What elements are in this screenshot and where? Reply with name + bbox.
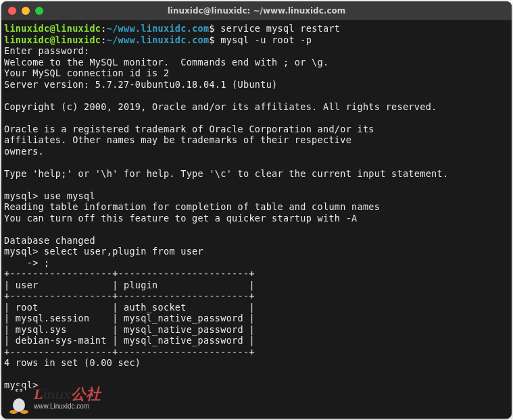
prompt-dollar: $ <box>209 34 214 45</box>
output-line: Type 'help;' or '\h' for help. Type '\c'… <box>4 168 448 179</box>
output-line: Reading table information for completion… <box>4 201 380 212</box>
mysql-command: mysql> select user,plugin from user <box>4 246 203 257</box>
window-controls <box>8 7 43 15</box>
table-header: | user | plugin | <box>4 280 255 290</box>
prompt-userhost: linuxidc@linuxidc <box>4 34 101 45</box>
table-row: | mysql.sys | mysql_native_password | <box>4 324 255 335</box>
close-icon[interactable] <box>8 7 16 15</box>
output-line: owners. <box>4 146 44 157</box>
output-line: Enter password: <box>4 45 89 56</box>
table-border: +------------------+--------------------… <box>4 268 255 279</box>
output-line: Oracle is a registered trademark of Orac… <box>4 124 374 134</box>
table-row: | debian-sys-maint | mysql_native_passwo… <box>4 335 255 346</box>
prompt-dollar: $ <box>209 23 214 34</box>
output-line: Welcome to the MySQL monitor. Commands e… <box>4 57 328 68</box>
prompt-path: ~/www.linuxidc.com <box>107 34 210 45</box>
terminal-window: linuxidc@linuxidc: ~/www.linuxidc.com li… <box>1 1 512 419</box>
output-line: Database changed <box>4 235 95 246</box>
terminal-content[interactable]: linuxidc@linuxidc:~/www.linuxidc.com$ se… <box>1 20 512 419</box>
prompt-userhost: linuxidc@linuxidc <box>4 23 101 34</box>
prompt-path: ~/www.linuxidc.com <box>107 23 210 34</box>
output-line: You can turn off this feature to get a q… <box>4 213 358 224</box>
output-line: affiliates. Other names may be trademark… <box>4 134 351 145</box>
title-bar: linuxidc@linuxidc: ~/www.linuxidc.com <box>1 1 512 20</box>
table-border: +------------------+--------------------… <box>4 346 255 357</box>
command-2: mysql -u root -p <box>215 34 312 45</box>
command-1: service mysql restart <box>215 23 340 34</box>
mysql-command: mysql> use mysql <box>4 190 95 201</box>
table-row: | mysql.session | mysql_native_password … <box>4 313 255 323</box>
output-line: Copyright (c) 2000, 2019, Oracle and/or … <box>4 101 437 112</box>
table-row: | root | auth_socket | <box>4 302 255 313</box>
table-border: +------------------+--------------------… <box>4 290 255 301</box>
maximize-icon[interactable] <box>35 7 43 15</box>
window-title: linuxidc@linuxidc: ~/www.linuxidc.com <box>168 6 346 16</box>
output-line: Your MySQL connection id is 2 <box>4 68 169 78</box>
output-line: 4 rows in set (0.00 sec) <box>4 357 141 368</box>
mysql-continuation: -> ; <box>4 257 49 268</box>
mysql-prompt: mysql> <box>4 379 39 390</box>
output-line: Server version: 5.7.27-0ubuntu0.18.04.1 … <box>4 79 278 90</box>
minimize-icon[interactable] <box>22 7 30 15</box>
